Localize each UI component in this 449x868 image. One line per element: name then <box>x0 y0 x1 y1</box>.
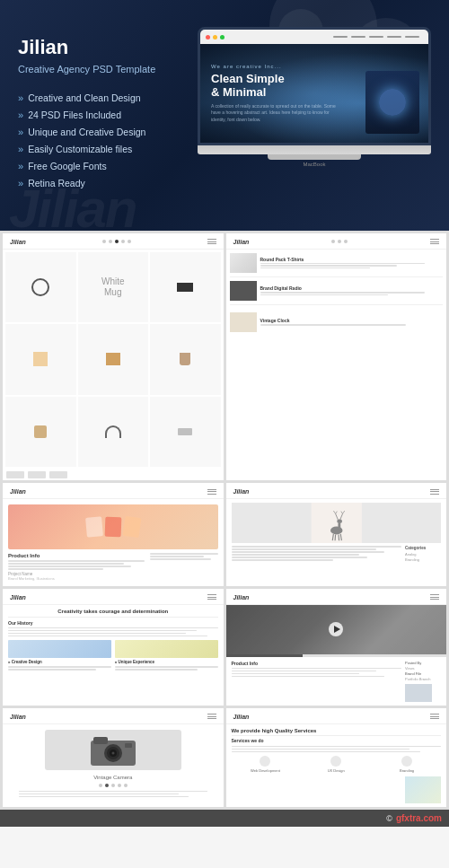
about-col-title-2: » Unique Experience <box>115 660 218 664</box>
portfolio-card-3 <box>122 516 141 538</box>
services-img-area <box>232 776 442 803</box>
product-items-list: Round Pack T-Shirts Brand Digital Radio <box>230 253 444 332</box>
product-item-lines-2 <box>260 292 444 295</box>
about-col-2: » Unique Experience <box>115 640 218 671</box>
watermark-prefix: © <box>386 814 392 823</box>
pagination-dot-5 <box>124 784 128 787</box>
cup-icon <box>180 353 190 365</box>
svg-rect-2 <box>338 523 340 530</box>
product-item-lines <box>260 263 444 269</box>
thumb-shop[interactable]: Jilian WhiteMug <box>3 233 224 481</box>
play-button[interactable] <box>329 622 343 636</box>
laptop-stand <box>268 154 361 160</box>
product-right-detail-body: Round Pack T-Shirts Brand Digital Radio <box>226 250 447 336</box>
thumb-about[interactable]: Jilian Creativity takes courage and dete… <box>3 589 224 706</box>
about-divider <box>8 617 218 618</box>
video-progress-bar <box>226 654 447 657</box>
product-item-desc-1: Round Pack T-Shirts <box>260 257 444 269</box>
category-1: Analog <box>405 552 441 557</box>
pagination-dot-1 <box>99 784 102 787</box>
product-detail-menu <box>430 239 439 244</box>
about-cols: » Creative Design » Unique Experience <box>8 640 218 671</box>
blog-header: Jilian <box>226 483 447 499</box>
service-icon-2 <box>330 756 341 767</box>
thumb-camera[interactable]: Jilian Vintage Camera <box>3 708 224 808</box>
portfolio-info: Product Info Project Name Brand Marketin… <box>8 553 218 581</box>
blog-text <box>232 546 402 562</box>
camera-image <box>45 730 181 770</box>
hero-text-block: Jilian Creative Agency PSD Template Crea… <box>18 27 180 195</box>
camera-pagination <box>99 784 128 787</box>
screen-headline: Clean Simple & Minimal <box>211 72 418 100</box>
watermark-site: gfxtra.com <box>396 813 442 823</box>
product-item-title-3: Vintage Clock <box>260 318 444 323</box>
thumb-product-detail[interactable]: Jilian Round Pack T-Shirts <box>226 233 447 481</box>
service-label-1: Web Development <box>232 768 300 773</box>
about-col-2-lines <box>115 666 218 671</box>
item-box <box>34 425 47 438</box>
shop-footer-item-2 <box>28 471 46 478</box>
product-item-desc-2: Brand Digital Radio <box>260 285 444 295</box>
portfolio-cards <box>86 517 140 537</box>
service-icon-1 <box>260 756 270 767</box>
video-logo: Jilian <box>233 594 250 601</box>
services-product-img <box>405 776 441 803</box>
product-item-img-2 <box>230 281 257 301</box>
nav-item-4 <box>387 36 401 38</box>
laptop-base <box>198 145 431 154</box>
product-detail-header: Jilian <box>226 233 447 250</box>
camera-text-lines <box>19 791 207 798</box>
about-col-1-lines <box>8 666 111 671</box>
service-card-1: Web Development <box>232 756 300 773</box>
product-detail-nav <box>331 240 348 243</box>
laptop-label: MacBook <box>198 162 431 167</box>
feature-3: Unique and Creative Design <box>18 127 180 137</box>
pagination-dot-active <box>105 784 109 787</box>
shop-nav <box>102 240 131 243</box>
thumb-services[interactable]: Jilian We provide high Quality Services … <box>226 708 447 808</box>
nav-item-1 <box>333 36 348 38</box>
nav-dot <box>102 240 106 243</box>
thumb-portfolio[interactable]: Jilian Product Info <box>3 483 224 586</box>
product-item-row-2: Brand Digital Radio <box>230 281 444 305</box>
services-menu <box>430 714 439 719</box>
play-triangle <box>334 626 340 633</box>
about-text-lines <box>8 627 218 637</box>
blog-categories: Categories Analog Branding <box>405 546 441 562</box>
screen-desc: A collection of really accurate to sprea… <box>211 103 337 124</box>
box-icon <box>106 353 120 365</box>
nav-dot <box>331 240 335 243</box>
portfolio-label-2: Brand Marketing, Illustrations <box>8 576 145 581</box>
nav-dot <box>128 240 131 243</box>
services-cards: Web Development UX Design Branding <box>232 756 442 773</box>
camera-logo: Jilian <box>10 714 26 720</box>
shop-logo: Jilian <box>10 239 26 245</box>
feature-1: Creative and Clean Design <box>18 92 180 103</box>
portfolio-text-lines <box>8 560 145 570</box>
hero-features-list: Creative and Clean Design 24 PSD Files I… <box>18 92 180 189</box>
nav-dot <box>109 240 112 243</box>
service-card-3: Branding <box>373 756 441 773</box>
service-card-2: UX Design <box>302 756 370 773</box>
categories-label: Categories <box>405 546 441 550</box>
services-title: We provide high Quality Services <box>232 728 442 733</box>
thumb-video[interactable]: Jilian Product Info <box>226 589 447 706</box>
services-text-lines <box>232 746 442 753</box>
product-item-desc-3: Vintage Clock <box>260 318 444 326</box>
shop-item-clock <box>5 252 76 323</box>
screen-tagline: We are creative Inc... <box>211 64 418 69</box>
nav-dot <box>344 240 348 243</box>
video-thumbnail-sm <box>405 684 432 702</box>
pagination-dot-4 <box>118 784 121 787</box>
mug-label: WhiteMug <box>101 276 125 298</box>
about-col-img-2 <box>115 640 218 658</box>
category-2: Branding <box>405 557 441 562</box>
shop-item-cup <box>150 324 221 395</box>
laptop-topbar <box>200 30 428 44</box>
thumb-blog[interactable]: Jilian <box>226 483 447 586</box>
nav-dot-active <box>115 240 119 243</box>
feature-6: Retina Ready <box>18 178 180 189</box>
blog-image <box>232 503 442 543</box>
video-text: Product Info <box>232 661 402 702</box>
nav-item-2 <box>351 36 365 38</box>
